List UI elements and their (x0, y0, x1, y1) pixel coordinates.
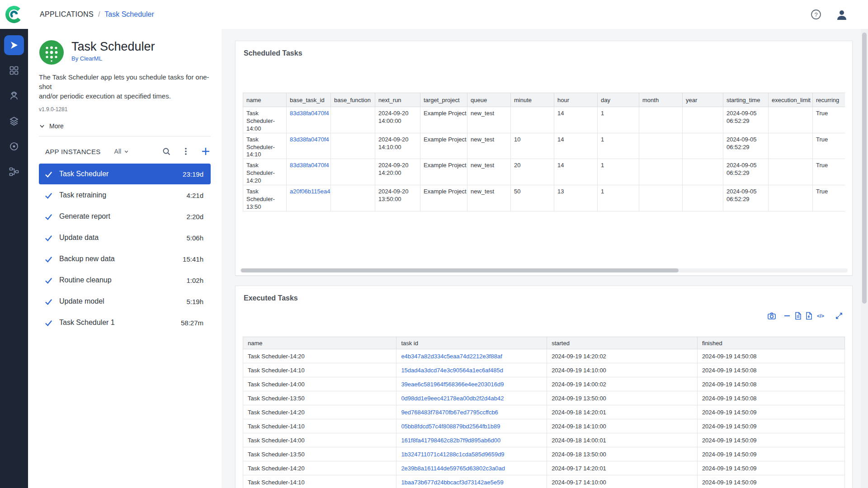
column-header-execution_limit[interactable]: execution_limit (769, 93, 813, 107)
instance-label: Update data (59, 234, 186, 242)
cell: 2024-09-18 14:20:01 (547, 405, 698, 419)
nav-models[interactable] (4, 136, 24, 156)
app-instance-row[interactable]: Task retraining4:21d (39, 185, 211, 206)
app-instance-row[interactable]: Update data5:06h (39, 227, 211, 248)
download-csv-button[interactable] (794, 312, 802, 320)
column-header-base_function[interactable]: base_function (331, 93, 375, 107)
table-row[interactable]: Task Scheduler-13:501b324711071c41288c1c… (243, 447, 845, 461)
app-instance-row[interactable]: Generate report2:20d (39, 206, 211, 227)
app-instance-row[interactable]: Backup new data15:41h (39, 249, 211, 269)
task-id-link[interactable]: 2e39b8a161144de59765d63802c3a0ad (401, 465, 505, 472)
cell: 2024-09-19 14:50:09 (697, 419, 844, 433)
instances-filter-dropdown[interactable]: All (114, 148, 129, 155)
search-button[interactable] (162, 147, 171, 156)
column-header-task-id[interactable]: task id (396, 337, 547, 349)
table-row[interactable]: Task Scheduler-14:202e39b8a161144de59765… (243, 461, 845, 475)
expand-icon (835, 312, 843, 320)
instance-duration: 23:19d (183, 170, 203, 178)
column-header-month[interactable]: month (639, 93, 683, 107)
user-avatar-icon (835, 8, 848, 21)
cell (331, 185, 375, 211)
task-id-link[interactable]: 0d98dd1e9eec42178ea00db2f2d4ab42 (401, 395, 504, 402)
column-header-name[interactable]: name (243, 93, 287, 107)
vertical-scrollbar-thumb[interactable] (862, 33, 867, 304)
column-header-finished[interactable]: finished (697, 337, 844, 349)
table-row[interactable]: Task Scheduler-14:1015dad4a3dcd74e3c9056… (243, 363, 845, 377)
app-instance-row[interactable]: Routine cleanup1:02h (39, 270, 211, 291)
nav-projects[interactable] (4, 61, 24, 80)
column-header-year[interactable]: year (683, 93, 723, 107)
task-id-link[interactable]: 83d38fa0470f4 (290, 110, 329, 117)
column-header-day[interactable]: day (598, 93, 639, 107)
column-header-hour[interactable]: hour (554, 93, 598, 107)
column-header-minute[interactable]: minute (511, 93, 554, 107)
task-id-link[interactable]: 161f8fa41798462c82b7f9d895ab6d00 (401, 437, 500, 444)
table-row[interactable]: Task Scheduler-14:20e4b347a82d334c5eaa74… (243, 349, 845, 363)
app-instance-row[interactable]: Update model5:19h (39, 291, 211, 312)
minus-icon (783, 312, 791, 319)
download-snapshot-button[interactable] (767, 311, 776, 320)
table-row[interactable]: Task Scheduler-14:2083d38fa0470f42024-09… (243, 159, 845, 185)
cell: 2024-09-19 13:50:00 (547, 391, 698, 405)
app-byline-link[interactable]: By ClearML (71, 55, 155, 62)
nav-applications[interactable] (4, 35, 24, 55)
column-header-name[interactable]: name (243, 337, 396, 349)
task-id-cell: 1baa73b677d24bbcacf3d73142ae5e59 (396, 475, 547, 488)
task-id-link[interactable]: a20f06b115ea4 (290, 188, 330, 195)
column-header-next_run[interactable]: next_run (375, 93, 420, 107)
task-id-link[interactable]: 83d38fa0470f4 (290, 162, 329, 169)
table-row[interactable]: Task Scheduler-14:1005bb8fdcd57c4f808879… (243, 419, 845, 433)
nav-pipelines[interactable] (4, 162, 24, 182)
column-header-target_project[interactable]: target_project (420, 93, 467, 107)
breadcrumb-applications[interactable]: APPLICATIONS (40, 10, 94, 19)
column-header-base_task_id[interactable]: base_task_id (287, 93, 331, 107)
download-data-button[interactable] (805, 312, 812, 320)
table-row[interactable]: Task Scheduler-14:0039eae6c581964f568366… (243, 377, 845, 391)
table-row[interactable]: Task Scheduler-13:50a20f06b115ea42024-09… (243, 185, 845, 211)
cell: 2024-09-20 14:10:00 (375, 133, 420, 159)
table-row[interactable]: Task Scheduler-13:500d98dd1e9eec42178ea0… (243, 391, 845, 405)
task-id-cell: a20f06b115ea4 (287, 185, 331, 211)
table-row[interactable]: Task Scheduler-14:101baa73b677d24bbcacf3… (243, 475, 845, 488)
app-instance-row[interactable]: Task Scheduler23:19d (39, 164, 211, 184)
column-header-recurring[interactable]: recurring (813, 93, 845, 107)
column-header-starting_time[interactable]: starting_time (723, 93, 769, 107)
view-source-button[interactable]: </> (816, 312, 825, 319)
horizontal-scrollbar-thumb[interactable] (241, 268, 679, 272)
task-id-link[interactable]: 83d38fa0470f4 (290, 136, 329, 143)
filter-selected-value: All (114, 148, 122, 155)
instance-label: Generate report (59, 212, 186, 221)
user-menu-button[interactable] (835, 8, 848, 21)
collapse-button[interactable] (783, 312, 791, 319)
task-id-link[interactable]: 39eae6c581964f568366e4ee203016d9 (401, 381, 504, 388)
table-row[interactable]: Task Scheduler-14:209ed768483f78470fb67e… (243, 405, 845, 419)
task-id-link[interactable]: 1baa73b677d24bbcacf3d73142ae5e59 (401, 479, 503, 486)
nav-datasets[interactable] (4, 111, 24, 131)
nav-rail (0, 29, 28, 488)
scheduled-tasks-title: Scheduled Tasks (236, 41, 852, 57)
task-id-link[interactable]: 9ed768483f78470fb67ed7795ccffcb6 (401, 409, 498, 416)
topbar: APPLICATIONS / Task Scheduler ? (0, 0, 868, 29)
task-id-link[interactable]: 1b324711071c41288c1cda585d9659d9 (401, 451, 504, 458)
column-header-queue[interactable]: queue (467, 93, 511, 107)
kebab-menu-icon (182, 147, 190, 156)
maximize-button[interactable] (835, 312, 843, 320)
table-row[interactable]: Task Scheduler-14:1083d38fa0470f42024-09… (243, 133, 845, 159)
task-id-link[interactable]: e4b347a82d334c5eaa74d2212e3f88af (401, 353, 502, 360)
task-id-link[interactable]: 05bb8fdcd57c4f808879bd2564fb1b89 (401, 423, 500, 430)
more-label: More (49, 122, 64, 130)
table-row[interactable]: Task Scheduler-14:0083d38fa0470f42024-09… (243, 107, 845, 133)
app-instance-row[interactable]: Task Scheduler 158:27m (39, 312, 211, 333)
more-toggle[interactable]: More (39, 122, 64, 130)
help-button[interactable]: ? (810, 9, 822, 20)
instances-menu-button[interactable] (182, 147, 190, 156)
task-id-cell: 39eae6c581964f568366e4ee203016d9 (396, 377, 547, 391)
cell: 2024-09-05 06:52:29 (723, 107, 769, 133)
nav-workers[interactable] (4, 86, 24, 106)
cell: 14 (554, 159, 598, 185)
table-row[interactable]: Task Scheduler-14:00161f8fa41798462c82b7… (243, 433, 845, 447)
task-id-link[interactable]: 15dad4a3dcd74e3c90564a1ec6af485d (401, 367, 503, 374)
column-header-started[interactable]: started (547, 337, 698, 349)
clearml-logo[interactable] (0, 5, 28, 24)
add-instance-button[interactable] (201, 146, 211, 156)
